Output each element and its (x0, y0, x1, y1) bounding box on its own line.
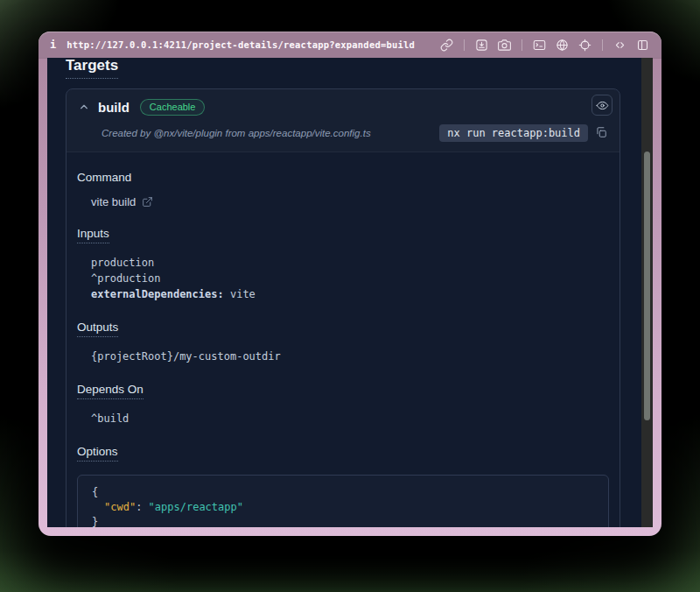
run-command-chip: nx run reactapp:build (439, 124, 588, 142)
toolbar-divider (464, 39, 465, 51)
eye-icon (596, 99, 609, 112)
terminal-button[interactable] (532, 38, 547, 53)
download-icon (475, 39, 488, 52)
section-depends-on-label: Depends On (77, 383, 609, 399)
titlebar-toolbar (439, 38, 650, 53)
target-name-build: build (98, 100, 130, 115)
section-inputs-label: Inputs (77, 227, 609, 243)
code-icon (613, 39, 626, 52)
app-window: i http://127.0.0.1:4211/project-details/… (38, 32, 662, 536)
globe-icon (556, 39, 569, 52)
address-url[interactable]: http://127.0.0.1:4211/project-details/re… (66, 39, 415, 50)
copy-command-button[interactable] (595, 126, 609, 140)
section-outputs-label: Outputs (77, 321, 609, 337)
section-options-label: Options (77, 445, 609, 462)
output-item: {projectRoot}/my-custom-outdir (91, 349, 609, 364)
json-line-close: } (92, 515, 596, 527)
input-item: production (91, 255, 609, 271)
download-button[interactable] (474, 38, 489, 53)
target-card-build: build Cacheable Created by @nx/vite/plug… (66, 88, 620, 527)
input-item: ^production (91, 271, 609, 286)
info-icon: i (50, 39, 56, 51)
json-line-open: { (92, 485, 596, 500)
copy-icon (595, 126, 607, 138)
split-panel-icon (636, 39, 649, 52)
build-target-header[interactable]: build Cacheable Created by @nx/vite/plug… (66, 89, 620, 152)
options-code-block: { "cwd": "apps/reactapp" } (77, 475, 609, 527)
crosshair-button[interactable] (578, 38, 592, 53)
created-by-note: Created by @nx/vite/plugin from apps/rea… (102, 128, 371, 138)
crosshair-icon (578, 39, 592, 52)
browser-viewport: Targets build Cacheable (47, 58, 653, 527)
build-target-details: Command vite build (66, 171, 620, 527)
depends-on-item: ^build (91, 411, 609, 426)
json-line-cwd: "cwd": "apps/reactapp" (92, 500, 596, 515)
camera-icon (498, 39, 511, 52)
link-button[interactable] (439, 38, 454, 53)
globe-button[interactable] (555, 38, 570, 53)
terminal-icon (533, 39, 546, 52)
input-item-external-deps: externalDependencies: vite (91, 286, 609, 302)
desktop-background: { "titlebar": { "info": "i", "url": "htt… (0, 0, 700, 592)
chevron-up-icon[interactable] (77, 100, 91, 114)
view-build-target-button[interactable] (592, 95, 612, 116)
scrollbar-thumb[interactable] (644, 152, 650, 420)
split-view-button[interactable] (635, 38, 650, 53)
code-button[interactable] (612, 38, 627, 53)
command-value: vite build (91, 195, 609, 208)
toolbar-divider (522, 39, 522, 51)
link-icon (440, 39, 453, 52)
cacheable-badge: Cacheable (140, 99, 206, 116)
open-command-button[interactable] (142, 196, 154, 208)
titlebar: i http://127.0.0.1:4211/project-details/… (38, 32, 662, 58)
camera-button[interactable] (497, 38, 512, 53)
toolbar-divider (602, 39, 603, 51)
external-link-icon (142, 196, 153, 208)
page-title: Targets (66, 58, 118, 79)
scrollbar-track[interactable] (641, 58, 653, 527)
section-command-label: Command (77, 171, 609, 184)
page-content: Targets build Cacheable (47, 58, 641, 527)
